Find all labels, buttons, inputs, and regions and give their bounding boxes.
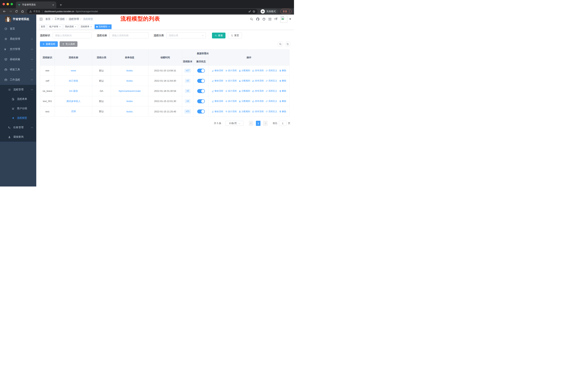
process-key-input[interactable] — [53, 32, 92, 39]
assign-rule-link[interactable]: 分配规则 — [239, 100, 250, 103]
app-logo[interactable]: 芋道管理系统 — [0, 15, 36, 24]
process-name-link[interactable]: 自己审批 — [69, 79, 78, 82]
goto-page-input[interactable] — [279, 121, 286, 126]
tab-close-icon[interactable]: × — [52, 3, 54, 6]
design-process-link[interactable]: 设计流程 — [225, 79, 237, 82]
active-switch[interactable] — [197, 69, 205, 73]
tag-close-icon[interactable]: × — [59, 25, 61, 28]
create-process-button[interactable]: 新建流程 — [40, 41, 58, 47]
form-info-link[interactable]: /bpm/oa/leave/create — [118, 90, 141, 92]
edit-process-link[interactable]: 修改流程 — [212, 90, 223, 92]
process-definition-link[interactable]: 流程定义 — [266, 110, 277, 113]
key-icon[interactable] — [248, 10, 251, 13]
sidebar-item-process-management[interactable]: 流程管理 — [0, 85, 36, 94]
assign-rule-link[interactable]: 分配规则 — [239, 69, 250, 72]
avatar-caret-icon[interactable] — [289, 19, 291, 20]
update-button[interactable]: 更新 — [281, 9, 292, 14]
refresh-table-button[interactable] — [285, 41, 290, 47]
process-category-select[interactable]: 流程分类 — [166, 32, 206, 39]
prev-page-button[interactable] — [249, 121, 253, 126]
edit-process-link[interactable]: 修改流程 — [212, 100, 223, 103]
edit-process-link[interactable]: 修改流程 — [212, 69, 223, 72]
design-process-link[interactable]: 设计流程 — [225, 100, 237, 103]
tab-tenant-management[interactable]: 租户管理× — [48, 24, 63, 29]
process-definition-link[interactable]: 流程定义 — [266, 100, 277, 103]
sidebar-item-payment-management[interactable]: ¥支付管理 — [0, 44, 36, 54]
active-switch[interactable] — [197, 99, 205, 103]
process-definition-link[interactable]: 流程定义 — [266, 69, 277, 72]
bookmark-star-icon[interactable] — [252, 10, 255, 13]
process-name-link[interactable]: OA 请假 — [69, 90, 78, 93]
tag-close-icon[interactable]: × — [108, 25, 110, 28]
header-search-icon[interactable] — [250, 18, 253, 21]
sidebar-item-task-management[interactable]: 任务管理 — [0, 123, 36, 132]
process-definition-link[interactable]: 流程定义 — [266, 90, 277, 92]
tab-my-process[interactable]: 我的流程× — [63, 24, 78, 29]
browser-tab[interactable]: 芋道管理系统 × — [16, 1, 56, 8]
process-name-link[interactable]: 测试多审批人 — [66, 100, 81, 103]
help-icon[interactable] — [262, 18, 266, 21]
active-switch[interactable] — [197, 89, 205, 93]
import-process-button[interactable]: 导入流程 — [60, 41, 77, 47]
sidebar-item-leave-query[interactable]: 请假查询 — [0, 132, 36, 142]
page-size-select[interactable]: 10条/页 — [226, 121, 243, 126]
new-tab-button[interactable]: + — [59, 3, 63, 7]
home-icon[interactable] — [20, 10, 25, 13]
reload-icon[interactable] — [14, 10, 19, 13]
delete-process-link[interactable]: 删除 — [279, 69, 286, 72]
delete-process-link[interactable]: 删除 — [279, 110, 286, 113]
sidebar-item-infrastructure[interactable]: 基础设施 — [0, 54, 36, 64]
edit-process-link[interactable]: 修改流程 — [212, 79, 223, 82]
delete-process-link[interactable]: 删除 — [279, 100, 286, 103]
publish-process-link[interactable]: 发布流程 — [252, 79, 264, 82]
tab-process-model[interactable]: 流程模型× — [94, 24, 112, 29]
tab-process-form[interactable]: 流程表单× — [79, 24, 94, 29]
search-button[interactable]: 搜索 — [212, 33, 225, 39]
edit-process-link[interactable]: 修改流程 — [212, 110, 223, 113]
page-number-current[interactable]: 1 — [256, 121, 261, 126]
delete-process-link[interactable]: 删除 — [279, 79, 286, 82]
sidebar-toggle-icon[interactable] — [39, 17, 43, 21]
sidebar-item-workflow[interactable]: 工作流程 — [0, 75, 36, 85]
sidebar-item-home[interactable]: 首页 — [0, 24, 36, 34]
forward-icon[interactable] — [8, 10, 13, 13]
publish-process-link[interactable]: 发布流程 — [252, 100, 264, 103]
form-info-link[interactable]: biubiu — [126, 110, 133, 113]
active-switch[interactable] — [197, 110, 205, 113]
back-icon[interactable] — [2, 10, 7, 13]
assign-rule-link[interactable]: 分配规则 — [239, 79, 250, 82]
breadcrumb-item[interactable]: 流程管理 — [69, 18, 79, 21]
address-bar[interactable]: 不安全 dashboard.yudao.iocoder.cn/bpm/manag… — [27, 9, 258, 14]
window-zoom-button[interactable] — [10, 3, 13, 5]
sidebar-item-process-model[interactable]: 流程模型 — [0, 113, 36, 123]
publish-process-link[interactable]: 发布流程 — [252, 90, 264, 92]
tag-close-icon[interactable]: × — [90, 25, 92, 28]
github-icon[interactable] — [256, 17, 260, 21]
window-close-button[interactable] — [2, 3, 5, 5]
form-info-link[interactable]: biubiu — [126, 69, 133, 72]
design-process-link[interactable]: 设计流程 — [225, 110, 237, 113]
not-secure-icon[interactable] — [29, 10, 32, 13]
tab-home[interactable]: 首页 — [39, 24, 47, 29]
form-info-link[interactable]: biubiu — [126, 80, 133, 82]
fullscreen-icon[interactable] — [268, 18, 272, 21]
sidebar-item-user-group[interactable]: 用户分组 — [0, 104, 36, 113]
window-minimize-button[interactable] — [7, 3, 9, 5]
process-name-link[interactable]: 滔博 — [71, 110, 76, 113]
toggle-search-button[interactable] — [278, 41, 283, 47]
sidebar-item-system-management[interactable]: 系统管理 — [0, 34, 36, 44]
publish-process-link[interactable]: 发布流程 — [252, 110, 264, 113]
process-name-input[interactable] — [110, 32, 148, 39]
process-name-link[interactable]: eeee — [71, 69, 76, 72]
reset-button[interactable]: 重置 — [228, 33, 242, 39]
design-process-link[interactable]: 设计流程 — [225, 90, 237, 92]
sidebar-item-process-form[interactable]: 流程表单 — [0, 94, 36, 104]
publish-process-link[interactable]: 发布流程 — [252, 69, 264, 72]
browser-menu-icon[interactable] — [289, 10, 289, 13]
font-size-icon[interactable]: TT — [274, 17, 278, 21]
tag-close-icon[interactable]: × — [75, 25, 77, 28]
delete-process-link[interactable]: 删除 — [279, 90, 286, 92]
process-definition-link[interactable]: 流程定义 — [266, 79, 277, 82]
active-switch[interactable] — [197, 79, 205, 83]
assign-rule-link[interactable]: 分配规则 — [239, 90, 250, 92]
